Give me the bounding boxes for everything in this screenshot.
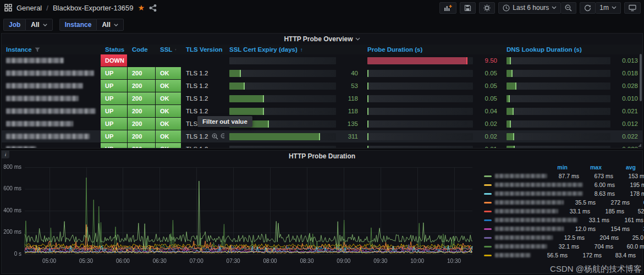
ssl-cell[interactable]: OK (156, 80, 181, 92)
code-cell[interactable]: 200 (128, 80, 155, 92)
status-cell[interactable]: UP (101, 92, 127, 105)
status-cell[interactable]: UP (101, 143, 127, 148)
ssl-cell[interactable]: OK (156, 105, 181, 117)
legend-col-min[interactable]: min (538, 163, 570, 172)
table-scrollbar[interactable] (640, 54, 642, 101)
column-header-ssl[interactable]: SSL (156, 45, 181, 54)
column-header-code[interactable]: Code (128, 45, 155, 54)
tv-mode-button[interactable] (624, 2, 641, 14)
legend-series-name[interactable] (482, 173, 549, 179)
tls-version-cell[interactable]: TLS 1.2 (181, 143, 224, 148)
table-row[interactable]: UP200OKTLS 1.21180.040.021 (2, 105, 642, 117)
table-row[interactable]: DOWN9.500.013 (2, 54, 642, 67)
table-row[interactable]: UP200OKTLS 1.21180.050.010 (2, 92, 642, 105)
panel-resize-handle[interactable] (638, 144, 641, 147)
chart-panel-title[interactable]: HTTP Probe Duration (289, 152, 355, 160)
status-cell[interactable]: DOWN (101, 54, 127, 67)
tls-version-cell[interactable]: TLS 1.2 (181, 80, 224, 92)
favorite-star-icon[interactable]: ★ (138, 4, 145, 12)
share-icon[interactable] (149, 4, 157, 12)
table-row[interactable]: UP200OKTLS 1.20.010.023 (2, 143, 642, 148)
status-cell[interactable]: UP (101, 118, 127, 130)
ssl-cell[interactable]: OK (156, 130, 181, 142)
ssl-cert-expiry-cell: 118 (225, 92, 362, 105)
ssl-cell[interactable]: OK (156, 92, 181, 105)
code-cell[interactable]: 200 (128, 105, 155, 117)
code-cell[interactable]: 200 (128, 118, 155, 130)
legend-series-name[interactable] (482, 190, 585, 197)
column-header-probe-duration-s-[interactable]: Probe Duration (s) (363, 45, 502, 54)
apps-grid-icon[interactable] (4, 4, 12, 12)
filter-out-value-icon[interactable] (221, 133, 224, 140)
breadcrumb-section[interactable]: General (16, 4, 42, 12)
code-cell[interactable]: 200 (128, 143, 155, 148)
instance-cell[interactable] (2, 80, 100, 92)
table-row[interactable]: UP200OKTLS 1.21350.020.012 (2, 118, 642, 130)
table-row[interactable]: UP200OKTLS 1.23110.020.022 (2, 130, 642, 142)
code-cell[interactable]: 200 (128, 92, 155, 105)
filter-funnel-icon[interactable] (35, 47, 40, 52)
add-panel-button[interactable] (439, 2, 456, 14)
panel-menu-caret-icon[interactable] (355, 37, 360, 41)
code-cell[interactable]: 200 (128, 130, 155, 142)
table-row[interactable]: UP200OKTLS 1.2400.050.018 (2, 67, 642, 79)
tls-version-cell[interactable] (181, 54, 224, 67)
legend-avg-value: 65.2 ms (632, 198, 644, 207)
legend-max-value: 195 ms (617, 180, 644, 189)
ssl-cell[interactable]: OK (156, 143, 181, 148)
instance-cell[interactable] (2, 54, 100, 67)
instance-cell[interactable] (2, 130, 100, 142)
instance-cell[interactable] (2, 105, 100, 117)
dns-lookup-duration-cell: 0.023 (502, 143, 642, 148)
legend-series-name[interactable] (482, 217, 580, 223)
tls-version-cell[interactable]: TLS 1.2 (181, 92, 224, 105)
ssl-cell[interactable] (156, 54, 181, 67)
legend-series-name[interactable] (482, 252, 538, 258)
legend-series-name[interactable] (482, 182, 585, 188)
legend-series-name[interactable] (482, 199, 566, 206)
instance-cell[interactable] (2, 67, 100, 79)
column-header-status[interactable]: Status (101, 45, 127, 54)
code-cell[interactable]: 200 (128, 67, 155, 79)
instance-cell[interactable] (2, 118, 100, 130)
ssl-cell[interactable]: OK (156, 118, 181, 130)
time-series-plot[interactable] (2, 162, 482, 272)
tls-version-cell[interactable]: TLS 1.2 (181, 130, 224, 142)
table-panel-title[interactable]: HTTP Probe Overview (284, 35, 353, 43)
ssl-cell[interactable]: OK (156, 67, 181, 79)
code-cell[interactable] (128, 54, 155, 67)
legend-col-avg[interactable]: avg (604, 163, 638, 172)
time-range-picker[interactable]: Last 6 hours (498, 2, 561, 14)
status-cell[interactable]: UP (101, 105, 127, 117)
table-row[interactable]: UP200OKTLS 1.2530.050.028 (2, 80, 642, 92)
refresh-interval-picker[interactable]: 1m (596, 2, 621, 14)
legend-series-name[interactable] (482, 208, 560, 215)
column-header-tls-version[interactable]: TLS Version (181, 45, 224, 54)
panel-info-icon[interactable]: i (2, 151, 9, 158)
dashboard-settings-button[interactable] (479, 2, 495, 14)
column-header-instance[interactable]: Instance (2, 45, 100, 54)
instance-cell[interactable] (2, 92, 100, 105)
status-cell[interactable]: UP (101, 80, 127, 92)
column-header-dns-lookup-duration-s-[interactable]: DNS Lookup Duration (s) (502, 45, 642, 54)
save-dashboard-button[interactable] (460, 2, 476, 14)
tls-version-cell[interactable]: TLS 1.2 (181, 67, 224, 79)
variable-job-select[interactable]: All (25, 19, 52, 31)
zoom-out-time-button[interactable] (561, 2, 576, 14)
variable-instance-select[interactable]: All (96, 19, 123, 31)
refresh-button[interactable] (580, 2, 596, 14)
instance-cell[interactable] (2, 143, 100, 148)
column-header-ssl-cert-expiry-days-[interactable]: SSL Cert Expiry (days)↑ (225, 45, 362, 54)
legend-series-name[interactable] (482, 234, 555, 241)
dashboard-title[interactable]: Blackbox-Exporter-13659 (53, 4, 134, 12)
tls-version-cell[interactable]: TLS 1.2 (181, 105, 224, 117)
legend-series-name[interactable] (482, 243, 549, 250)
filter-funnel-icon[interactable] (175, 47, 177, 52)
gauge-fill (507, 133, 514, 140)
variable-job-label: Job (3, 19, 25, 31)
status-cell[interactable]: UP (101, 130, 127, 142)
status-cell[interactable]: UP (101, 67, 127, 79)
legend-col-max[interactable]: max (570, 163, 604, 172)
filter-for-value-icon[interactable] (212, 133, 218, 140)
legend-series-name[interactable] (482, 226, 566, 232)
